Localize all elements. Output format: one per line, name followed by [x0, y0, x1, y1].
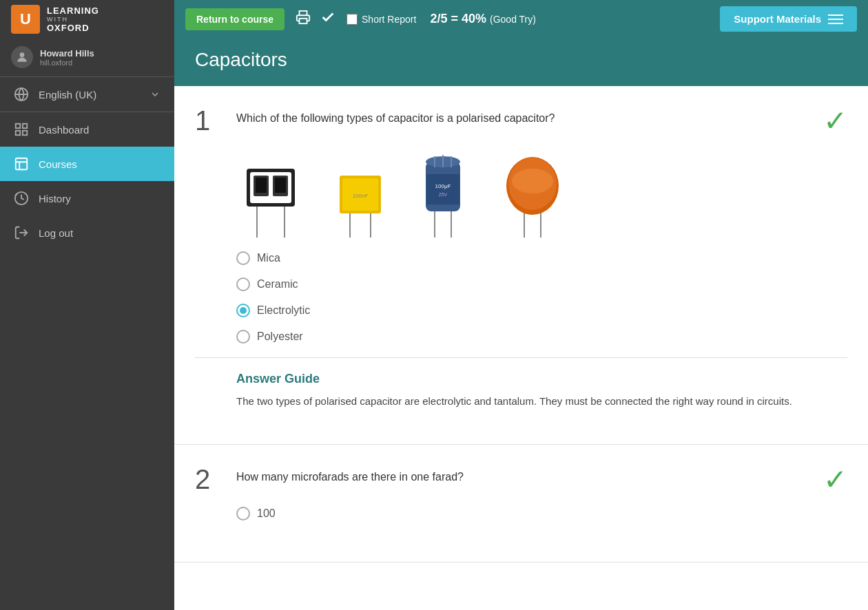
svg-rect-7	[23, 131, 27, 135]
radio-option-mica[interactable]: Mica	[236, 251, 847, 265]
sidebar-item-history-label: History	[39, 193, 71, 204]
sidebar-nav: English (UK) Dashboard Courses History	[0, 77, 174, 610]
radio-ceramic[interactable]	[236, 277, 250, 291]
capacitor-images: 100nF 100μF 25V	[236, 148, 806, 238]
question-block-1: 1 Which of the following types of capaci…	[174, 86, 868, 445]
sidebar-item-courses[interactable]: Courses	[0, 147, 174, 181]
user-sub: hill.oxford	[40, 59, 94, 67]
radio-polyester-label: Polyester	[257, 330, 303, 343]
sidebar-item-language[interactable]: English (UK)	[0, 77, 174, 112]
topbar-icons	[296, 10, 335, 28]
topbar: Return to course Short Report 2/5 = 40% …	[174, 0, 868, 38]
check-icon	[320, 10, 335, 28]
answer-guide-title: Answer Guide	[236, 372, 806, 386]
question-text-2: How many microfarads are there in one fa…	[236, 465, 847, 483]
question-header-1: 1 Which of the following types of capaci…	[195, 107, 847, 134]
svg-rect-11	[300, 19, 307, 23]
globe-icon	[14, 87, 29, 102]
radio-option-ceramic[interactable]: Ceramic	[236, 277, 847, 291]
radio-option-100[interactable]: 100	[236, 507, 847, 520]
svg-text:25V: 25V	[439, 192, 448, 197]
capacitor-tantalum-svg	[498, 148, 567, 238]
capacitor-electrolytic-svg: 100μF 25V	[415, 148, 471, 238]
sidebar-item-dashboard[interactable]: Dashboard	[0, 112, 174, 147]
radio-mica[interactable]	[236, 251, 250, 265]
chevron-down-icon	[149, 89, 161, 100]
question-text-1: Which of the following types of capacito…	[236, 107, 847, 125]
question-correct-icon-2: ✓	[823, 463, 847, 496]
svg-rect-6	[16, 131, 20, 135]
radio-electrolytic[interactable]	[236, 304, 250, 317]
short-report-container: Short Report	[347, 14, 416, 25]
question-block-2: 2 How many microfarads are there in one …	[174, 445, 868, 562]
sidebar-logo: U LEARNING WITH OXFORD	[0, 0, 174, 38]
logo-text: LEARNING WITH OXFORD	[47, 6, 99, 33]
svg-rect-18	[256, 178, 267, 193]
logout-icon	[14, 225, 29, 240]
radio-electrolytic-label: Electrolytic	[257, 304, 310, 317]
svg-point-2	[20, 52, 25, 57]
svg-point-39	[512, 169, 553, 193]
short-report-checkbox[interactable]	[347, 14, 358, 25]
radio-options-2: 100	[236, 507, 847, 520]
radio-option-electrolytic[interactable]: Electrolytic	[236, 304, 847, 317]
svg-rect-8	[16, 158, 28, 170]
sidebar-item-language-label: English (UK)	[39, 89, 96, 101]
svg-text:100nF: 100nF	[353, 193, 369, 199]
book-icon	[14, 156, 29, 171]
radio-100-label: 100	[257, 507, 276, 520]
sidebar-item-history[interactable]: History	[0, 181, 174, 215]
hamburger-icon	[828, 14, 843, 24]
capacitor-ceramic-svg	[236, 148, 305, 238]
grid-icon	[14, 122, 29, 137]
sidebar-user: Howard Hills hill.oxford	[0, 38, 174, 77]
radio-mica-label: Mica	[257, 252, 280, 264]
answer-guide-section: Answer Guide The two types of polarised …	[195, 357, 847, 423]
sidebar-item-logout-label: Log out	[39, 227, 73, 239]
svg-rect-19	[275, 178, 286, 193]
main-content: Return to course Short Report 2/5 = 40% …	[174, 0, 868, 610]
content-area: 1 Which of the following types of capaci…	[174, 86, 868, 610]
short-report-label: Short Report	[362, 14, 416, 25]
svg-text:100μF: 100μF	[435, 183, 451, 189]
radio-100[interactable]	[236, 507, 250, 520]
svg-rect-5	[23, 124, 27, 128]
svg-text:U: U	[20, 10, 31, 28]
support-materials-button[interactable]: Support Materials	[720, 6, 857, 32]
score-fraction: 2/5	[430, 12, 447, 25]
score-equals: =	[451, 12, 458, 25]
question-correct-icon-1: ✓	[823, 104, 847, 138]
print-icon[interactable]	[296, 10, 311, 28]
radio-polyester[interactable]	[236, 330, 250, 344]
svg-rect-4	[16, 124, 20, 128]
user-avatar	[11, 46, 33, 68]
sidebar-item-courses-label: Courses	[39, 158, 77, 170]
answer-guide-text: The two types of polarised capacitor are…	[236, 393, 806, 410]
score-percent: 40%	[462, 12, 486, 25]
sidebar-item-dashboard-label: Dashboard	[39, 124, 89, 136]
return-to-course-button[interactable]: Return to course	[185, 8, 285, 30]
capacitor-yellow-svg: 100nF	[333, 148, 388, 238]
question-header-2: 2 How many microfarads are there in one …	[195, 465, 847, 493]
history-icon	[14, 191, 29, 206]
svg-rect-32	[426, 174, 459, 204]
page-title: Capacitors	[195, 49, 847, 71]
score-note: (Good Try)	[490, 14, 536, 25]
radio-option-polyester[interactable]: Polyester	[236, 330, 847, 344]
sidebar: U LEARNING WITH OXFORD Howard Hills hill…	[0, 0, 174, 610]
logo-icon: U	[11, 5, 40, 34]
score-display: 2/5 = 40% (Good Try)	[430, 12, 536, 26]
question-number-1: 1	[195, 107, 223, 134]
page-header: Capacitors	[174, 38, 868, 86]
radio-ceramic-label: Ceramic	[257, 278, 298, 291]
sidebar-item-logout[interactable]: Log out	[0, 215, 174, 250]
user-name: Howard Hills	[40, 48, 94, 59]
radio-options-1: Mica Ceramic Electrolytic Polyester	[236, 251, 847, 344]
question-number-2: 2	[195, 465, 223, 493]
